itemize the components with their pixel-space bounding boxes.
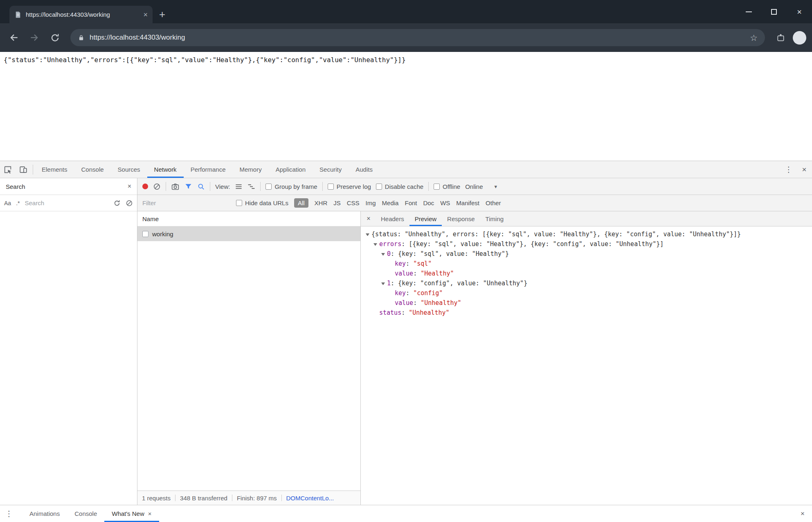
tree-line-6[interactable]: key: "config" <box>361 288 812 298</box>
details-tab-response[interactable]: Response <box>442 211 480 226</box>
name-column-header[interactable]: Name <box>137 211 360 226</box>
devtools-tab-sources[interactable]: Sources <box>111 161 147 178</box>
tree-segment: : <box>401 309 409 316</box>
tree-segment: value <box>395 270 413 277</box>
divider <box>210 182 210 191</box>
filter-type-xhr[interactable]: XHR <box>315 199 328 206</box>
address-bar[interactable]: https://localhost:44303/working ☆ <box>70 29 765 46</box>
details-tab-headers[interactable]: Headers <box>376 211 409 226</box>
checkbox-icon[interactable] <box>376 184 382 190</box>
tree-line-8[interactable]: status: "Unhealthy" <box>361 308 812 318</box>
filter-type-all[interactable]: All <box>294 198 308 208</box>
tab-close-icon[interactable]: × <box>143 11 148 18</box>
clear-requests-icon[interactable] <box>153 183 161 190</box>
expander-icon[interactable] <box>381 282 385 285</box>
group-by-frame-option[interactable]: Group by frame <box>265 183 317 190</box>
filter-type-media[interactable]: Media <box>382 199 399 206</box>
filter-type-other[interactable]: Other <box>486 199 501 206</box>
inspect-element-button[interactable] <box>0 161 16 178</box>
filter-funnel-icon[interactable] <box>184 183 192 190</box>
drawer-tab-animations[interactable]: Animations <box>22 505 67 522</box>
filter-type-manifest[interactable]: Manifest <box>456 199 479 206</box>
filter-type-img[interactable]: Img <box>366 199 376 206</box>
devtools-tab-security[interactable]: Security <box>313 161 349 178</box>
maximize-button[interactable] <box>761 0 787 23</box>
devtools-tab-memory[interactable]: Memory <box>233 161 269 178</box>
preserve-log-option[interactable]: Preserve log <box>328 183 371 190</box>
tree-line-0[interactable]: {status: "Unhealthy", errors: [{key: "sq… <box>361 229 812 239</box>
expander-icon[interactable] <box>373 243 377 246</box>
record-button[interactable] <box>142 184 148 189</box>
devtools-tab-performance[interactable]: Performance <box>184 161 233 178</box>
tree-line-1[interactable]: errors: [{key: "sql", value: "Healthy"},… <box>361 239 812 249</box>
filter-type-doc[interactable]: Doc <box>423 199 434 206</box>
search-input[interactable] <box>25 199 108 206</box>
expander-icon[interactable] <box>366 233 369 236</box>
browser-tab[interactable]: https://localhost:44303/working × <box>9 6 153 23</box>
checkbox-icon[interactable] <box>236 200 242 206</box>
hide-data-urls-option[interactable]: Hide data URLs <box>236 199 288 206</box>
small-rows-view-icon[interactable] <box>235 183 243 190</box>
tree-line-2[interactable]: 0: {key: "sql", value: "Healthy"} <box>361 249 812 259</box>
divider <box>281 495 282 501</box>
capture-screenshots-icon[interactable] <box>171 182 180 191</box>
drawer-tab-close-icon[interactable]: × <box>148 511 152 517</box>
tree-segment: key <box>395 289 406 297</box>
details-tab-preview[interactable]: Preview <box>409 211 442 226</box>
close-icon: × <box>801 510 805 517</box>
tree-line-5[interactable]: 1: {key: "config", value: "Unhealthy"} <box>361 278 812 288</box>
tree-segment: : <box>391 250 398 258</box>
url-text: https://localhost:44303/working <box>90 34 745 42</box>
filter-input[interactable] <box>142 199 230 206</box>
checkbox-icon[interactable] <box>328 184 334 190</box>
tree-line-3[interactable]: key: "sql" <box>361 259 812 269</box>
offline-option[interactable]: Offline <box>434 183 460 190</box>
search-refresh-icon[interactable] <box>113 199 121 207</box>
devtools-tab-console[interactable]: Console <box>74 161 111 178</box>
drawer-tab-what-s-new[interactable]: What's New× <box>104 505 159 522</box>
devtools-tab-audits[interactable]: Audits <box>349 161 380 178</box>
expander-icon[interactable] <box>381 253 385 255</box>
filter-type-font[interactable]: Font <box>405 199 417 206</box>
filter-type-css[interactable]: CSS <box>347 199 360 206</box>
match-case-button[interactable]: Aa <box>4 200 11 206</box>
close-window-button[interactable]: × <box>787 0 812 23</box>
forward-button[interactable] <box>26 29 43 46</box>
filter-type-js[interactable]: JS <box>333 199 341 206</box>
devtools-tab-network[interactable]: Network <box>147 161 184 178</box>
tree-line-4[interactable]: value: "Healthy" <box>361 269 812 278</box>
devtools-tab-application[interactable]: Application <box>269 161 313 178</box>
checkbox-icon[interactable] <box>434 184 440 190</box>
minimize-button[interactable] <box>736 0 761 23</box>
checkbox-icon[interactable] <box>265 184 272 190</box>
back-button[interactable] <box>6 29 22 46</box>
throttling-dropdown-icon[interactable]: ▾ <box>495 184 497 190</box>
devtools-tab-elements[interactable]: Elements <box>35 161 74 178</box>
drawer-menu-button[interactable]: ⋮ <box>0 505 18 522</box>
new-tab-button[interactable]: + <box>159 9 165 20</box>
devtools-close-button[interactable]: × <box>796 161 812 178</box>
extension-button[interactable] <box>772 29 789 46</box>
disable-cache-option[interactable]: Disable cache <box>376 183 423 190</box>
profile-avatar[interactable] <box>793 31 806 45</box>
tree-line-7[interactable]: value: "Unhealthy" <box>361 298 812 308</box>
devtools-menu-button[interactable]: ⋮ <box>781 161 796 178</box>
drawer-tab-console[interactable]: Console <box>67 505 104 522</box>
details-tab-timing[interactable]: Timing <box>480 211 509 226</box>
throttling-select[interactable]: Online <box>465 183 483 190</box>
tree-segment: [{key: "sql", value: "Healthy"}, {key: "… <box>409 240 664 248</box>
filter-type-ws[interactable]: WS <box>440 199 450 206</box>
tree-segment: key <box>395 260 406 267</box>
regex-button[interactable]: .* <box>16 200 20 206</box>
bookmark-star-icon[interactable]: ☆ <box>750 34 758 42</box>
details-close-button[interactable]: × <box>362 211 376 226</box>
device-toolbar-button[interactable] <box>16 161 31 178</box>
waterfall-overview-icon[interactable] <box>247 183 255 190</box>
drawer-close-button[interactable]: × <box>793 505 812 522</box>
title-bar: https://localhost:44303/working × + × <box>0 0 812 23</box>
network-search-icon[interactable] <box>197 183 205 190</box>
search-clear-icon[interactable] <box>126 199 133 207</box>
search-close-icon[interactable]: × <box>128 183 131 190</box>
reload-button[interactable] <box>47 29 63 46</box>
request-row-working[interactable]: working <box>137 226 360 241</box>
